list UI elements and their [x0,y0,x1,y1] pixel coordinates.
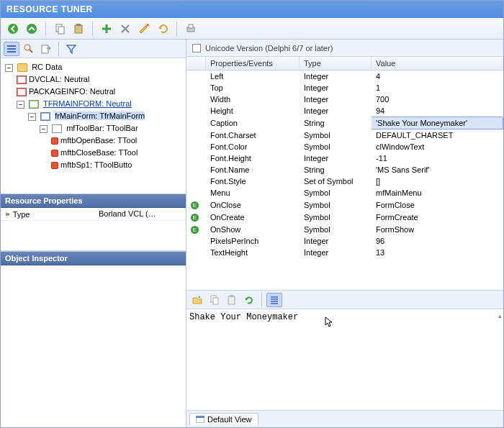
editor-pane: ▴ [186,309,503,410]
svg-rect-14 [230,295,233,297]
align-button[interactable] [266,293,282,307]
grid-row[interactable]: TopInteger1 [186,82,503,94]
copy-button[interactable] [207,293,222,307]
value-editor[interactable] [186,309,503,410]
paste-button[interactable] [71,21,86,37]
grid-row[interactable]: Font.HeightInteger-11 [186,152,503,164]
grid-row[interactable]: EOnCreateSymbolFormCreate [186,211,503,223]
cell-value[interactable]: 94 [372,105,503,117]
property-row[interactable]: »Type Borland VCL (… [1,208,186,221]
grid-row[interactable]: CaptionString'Shake Your Moneymaker' [186,117,503,129]
grid-row[interactable]: EOnShowSymbolFormShow [186,223,503,235]
tree-node[interactable]: mftbSp1: TToolButto [51,159,183,171]
component-icon [40,112,50,121]
cell-value[interactable]: FormCreate [372,211,503,223]
right-column: Unicode Version (Delphi 6/7 or later) Pr… [186,40,503,427]
separator [176,22,177,36]
resource-tree[interactable]: − RC Data DVCLAL: Neutral PACKAGEINFO: N… [1,58,186,193]
tree-node-selected[interactable]: − frMainForm: TfrMainForm − mfToolBar: T… [28,110,183,171]
resource-properties-header: Resource Properties [1,193,186,208]
grid-row[interactable]: PixelsPerInchInteger96 [186,235,503,247]
grid-row[interactable]: MenuSymbolmfMainMenu [186,187,503,199]
refresh-button[interactable] [241,293,257,307]
separator [58,42,59,56]
tree-node[interactable]: − TFRMAINFORM: Neutral − frMainForm: Tfr… [17,98,183,171]
paste-button[interactable] [224,293,240,307]
tree-node[interactable]: PACKAGEINFO: Neutral [17,86,183,98]
grid-row[interactable]: Font.NameString'MS Sans Serif' [186,164,503,176]
add-button[interactable] [99,21,114,37]
separator [45,22,46,36]
doc-icon [17,76,27,84]
tree-label: mftbSp1: TToolButto [60,160,132,169]
view-find-button[interactable] [21,42,37,56]
cell-value[interactable]: 13 [372,247,503,258]
editor-toolbar [186,291,503,309]
separator [261,293,262,307]
tree-node[interactable]: DVCLAL: Neutral [17,73,183,86]
delete-button[interactable] [117,21,133,37]
grid-row[interactable]: LeftInteger4 [186,70,503,83]
collapse-icon[interactable]: − [17,101,24,109]
grid-row[interactable]: Font.ColorSymbolclWindowText [186,141,503,152]
cell-type: Integer [300,82,372,94]
svg-rect-16 [196,416,204,418]
up-button[interactable] [24,21,40,37]
properties-grid[interactable]: Properties/Events Type Value LeftInteger… [186,57,503,291]
cell-value[interactable]: 'MS Sans Serif' [372,164,503,176]
tab-label: Default View [207,415,252,424]
scroll-up-icon[interactable]: ▴ [498,312,502,319]
folder-icon [17,63,27,72]
cell-value[interactable]: -11 [372,152,503,164]
cell-value[interactable]: 700 [372,94,503,105]
cell-value[interactable]: 4 [372,70,503,83]
tree-node[interactable]: mftbOpenBase: TTool [51,135,183,147]
print-button[interactable] [183,21,199,37]
grid-header[interactable]: Type [300,57,372,70]
node-icon [51,162,58,169]
tab-default-view[interactable]: Default View [189,413,258,425]
undo-button[interactable] [155,21,171,37]
cell-value[interactable]: FormClose [372,199,503,211]
cell-value[interactable]: DEFAULT_CHARSET [372,129,503,142]
grid-row[interactable]: TextHeightInteger13 [186,247,503,258]
cell-value[interactable]: [] [372,176,503,187]
grid-row[interactable]: Font.CharsetSymbolDEFAULT_CHARSET [186,129,503,142]
grid-row[interactable]: HeightInteger94 [186,105,503,117]
view-export-button[interactable] [38,42,54,56]
grid-row[interactable]: WidthInteger700 [186,94,503,105]
expand-icon[interactable]: » [5,209,10,219]
grid-header[interactable]: Properties/Events [206,57,300,70]
copy-button[interactable] [52,21,68,37]
tree-node-root[interactable]: − RC Data DVCLAL: Neutral PACKAGEINFO: N… [5,61,183,171]
grid-header[interactable]: Value [372,57,503,70]
cell-type: Symbol [300,211,372,223]
filter-button[interactable] [63,42,79,56]
cell-value[interactable]: 'Shake Your Moneymaker' [372,117,503,129]
cell-value[interactable]: 96 [372,235,503,247]
collapse-icon[interactable]: − [28,113,36,121]
grid-row[interactable]: EOnCloseSymbolFormClose [186,199,503,211]
cell-name: OnClose [206,199,300,211]
tree-node[interactable]: − mfToolBar: TToolBar mftbOpenBase: TToo… [40,122,183,171]
back-button[interactable] [5,21,21,37]
edit-button[interactable] [136,21,152,37]
cell-value[interactable]: mfMainMenu [372,187,503,199]
event-icon: E [191,214,199,222]
object-inspector-panel [1,265,186,427]
view-list-button[interactable] [4,42,19,56]
collapse-icon[interactable]: − [5,64,13,72]
open-file-button[interactable] [189,293,205,307]
cell-value[interactable]: FormShow [372,223,503,235]
grid-row[interactable]: Font.StyleSet of Symbol[] [186,176,503,187]
collapse-icon[interactable]: − [40,125,48,133]
cell-type: Symbol [300,187,372,199]
unicode-checkbox[interactable] [192,44,201,53]
tree-label: mfToolBar: TToolBar [66,124,138,132]
cell-value[interactable]: clWindowText [372,141,503,152]
cell-type: Symbol [300,141,372,152]
tree-node[interactable]: mftbCloseBase: TTool [51,147,183,159]
cell-value[interactable]: 1 [372,82,503,94]
svg-rect-13 [228,296,235,304]
cell-name: Font.Style [206,176,300,187]
